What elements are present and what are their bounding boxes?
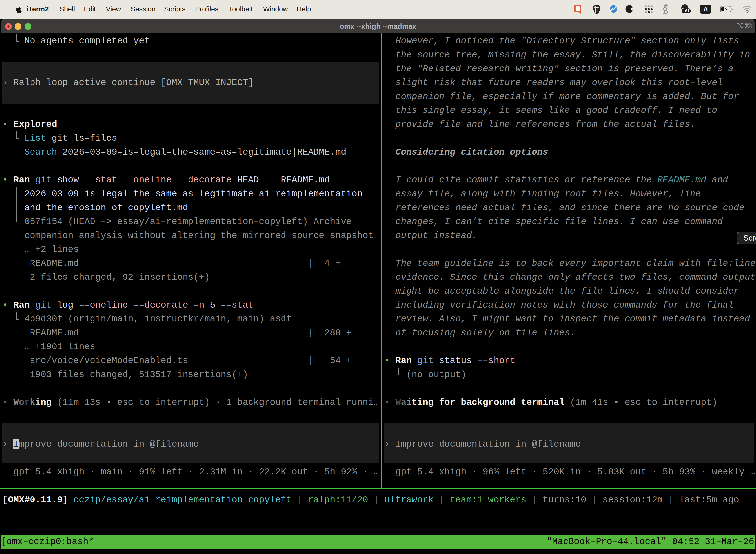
svg-text:..61: ..61 xyxy=(683,9,690,13)
svg-text:A: A xyxy=(703,6,708,13)
svg-text:1: 1 xyxy=(750,22,753,29)
